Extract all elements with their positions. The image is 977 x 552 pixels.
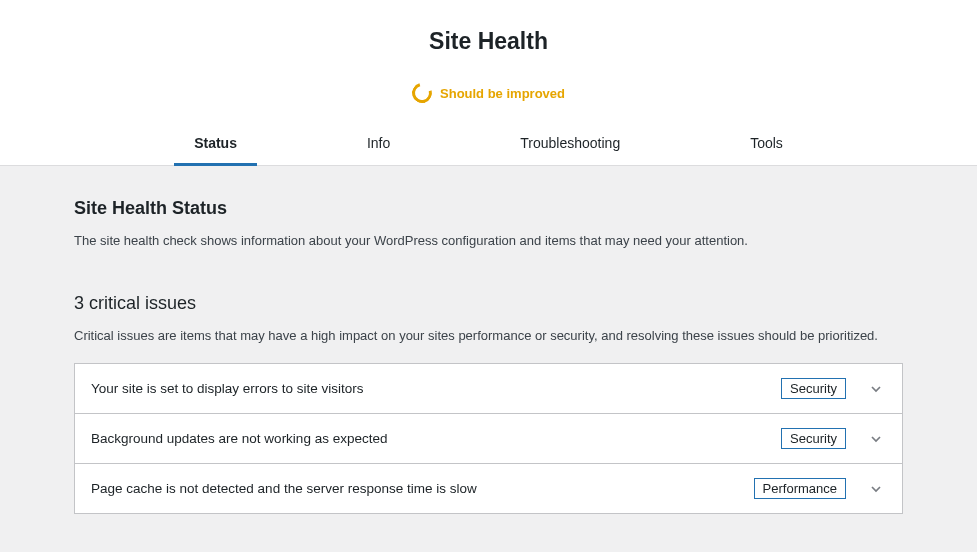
tab-info[interactable]: Info — [347, 125, 410, 166]
tab-tools[interactable]: Tools — [730, 125, 803, 166]
tab-troubleshooting[interactable]: Troubleshooting — [500, 125, 640, 166]
issue-row[interactable]: Page cache is not detected and the serve… — [74, 463, 903, 514]
health-indicator: Should be improved — [0, 83, 977, 103]
issue-badge: Security — [781, 378, 846, 399]
critical-issues-description: Critical issues are items that may have … — [74, 326, 903, 346]
issue-badge: Security — [781, 428, 846, 449]
page-title: Site Health — [0, 28, 977, 55]
tab-label: Status — [194, 135, 237, 151]
chevron-down-icon — [866, 379, 886, 399]
issue-row[interactable]: Background updates are not working as ex… — [74, 413, 903, 464]
tab-label: Info — [367, 135, 390, 151]
spinner-icon — [408, 79, 435, 106]
tab-label: Troubleshooting — [520, 135, 620, 151]
status-heading: Site Health Status — [74, 198, 903, 219]
issue-title: Your site is set to display errors to si… — [91, 381, 364, 396]
issue-title: Background updates are not working as ex… — [91, 431, 387, 446]
critical-issues-heading: 3 critical issues — [74, 293, 903, 314]
issue-badge: Performance — [754, 478, 846, 499]
issue-row-right: Security — [781, 378, 886, 399]
tab-label: Tools — [750, 135, 783, 151]
chevron-down-icon — [866, 429, 886, 449]
status-description: The site health check shows information … — [74, 231, 903, 251]
issue-title: Page cache is not detected and the serve… — [91, 481, 477, 496]
content-region: Site Health Status The site health check… — [0, 166, 977, 552]
health-indicator-text: Should be improved — [440, 86, 565, 101]
issue-row-right: Performance — [754, 478, 886, 499]
tabs: Status Info Troubleshooting Tools — [0, 125, 977, 166]
header-region: Site Health Should be improved Status In… — [0, 0, 977, 166]
tab-status[interactable]: Status — [174, 125, 257, 166]
issue-row[interactable]: Your site is set to display errors to si… — [74, 363, 903, 414]
critical-issues-list: Your site is set to display errors to si… — [74, 363, 903, 514]
chevron-down-icon — [866, 479, 886, 499]
issue-row-right: Security — [781, 428, 886, 449]
